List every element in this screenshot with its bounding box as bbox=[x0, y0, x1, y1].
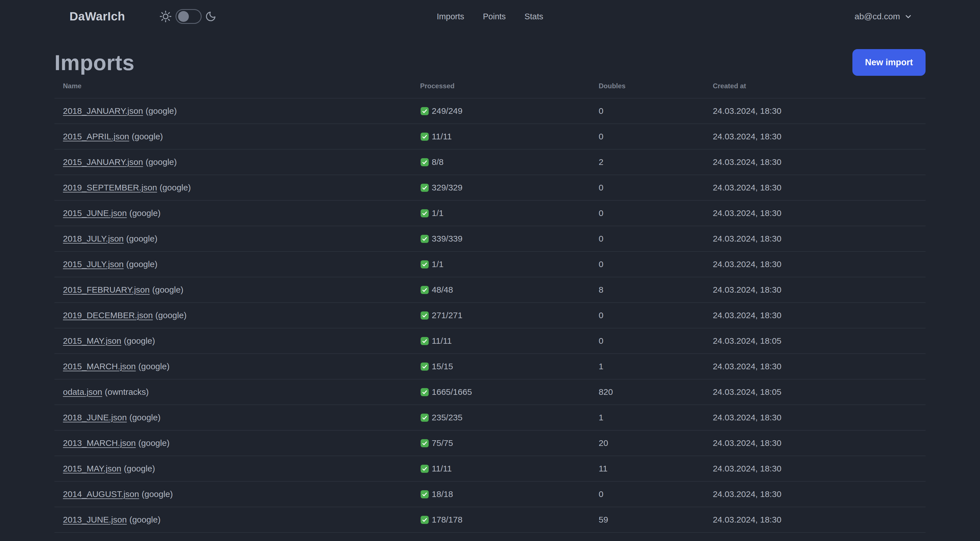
success-check-icon bbox=[420, 515, 429, 524]
table-row: 2019_SEPTEMBER.json(google) 329/329 0 24… bbox=[54, 175, 926, 200]
table-row: 2015_MAY.json(google) 11/11 11 24.03.202… bbox=[54, 456, 926, 481]
processed-count: 235/235 bbox=[432, 412, 463, 423]
import-file-link[interactable]: 2015_APRIL.json bbox=[63, 132, 129, 141]
success-check-icon bbox=[420, 107, 429, 115]
success-check-icon bbox=[420, 439, 429, 448]
processed-count: 48/48 bbox=[432, 285, 453, 295]
import-file-link[interactable]: 2015_JULY.json bbox=[63, 259, 124, 269]
success-check-icon bbox=[420, 132, 429, 141]
table-row: 2015_APRIL.json(google) 11/11 0 24.03.20… bbox=[54, 124, 926, 149]
doubles-count: 11 bbox=[590, 456, 704, 481]
doubles-count: 20 bbox=[590, 430, 704, 456]
processed-count: 339/339 bbox=[432, 234, 463, 244]
processed-count: 11/11 bbox=[432, 336, 452, 346]
processed-count: 18/18 bbox=[432, 489, 453, 499]
import-file-link[interactable]: 2015_MAY.json bbox=[63, 464, 121, 473]
table-row: 2019_DECEMBER.json(google) 271/271 0 24.… bbox=[54, 303, 926, 328]
import-file-link[interactable]: odata.json bbox=[63, 387, 102, 397]
table-row: 2014_AUGUST.json(google) 18/18 0 24.03.2… bbox=[54, 481, 926, 507]
success-check-icon bbox=[420, 311, 429, 320]
processed-count: 178/178 bbox=[432, 515, 463, 525]
import-source: (google) bbox=[124, 464, 155, 473]
processed-count: 11/11 bbox=[432, 131, 452, 142]
import-file-link[interactable]: 2015_JANUARY.json bbox=[63, 157, 143, 167]
table-row: 2015_JUNE.json(google) 1/1 0 24.03.2024,… bbox=[54, 200, 926, 226]
new-import-button[interactable]: New import bbox=[853, 49, 926, 76]
import-source: (google) bbox=[160, 183, 191, 192]
theme-switcher bbox=[159, 9, 216, 24]
success-check-icon bbox=[420, 413, 429, 422]
success-check-icon bbox=[420, 464, 429, 473]
created-at: 24.03.2024, 18:05 bbox=[705, 328, 926, 354]
top-navbar: DaWarIch Imports Points Stats ab@cd.com bbox=[0, 0, 980, 33]
user-menu[interactable]: ab@cd.com bbox=[854, 12, 913, 21]
table-header: Name Processed Doubles Created at bbox=[54, 80, 926, 98]
table-row: 2013_JUNE.json(google) 178/178 59 24.03.… bbox=[54, 507, 926, 533]
import-file-link[interactable]: 2018_JANUARY.json bbox=[63, 106, 143, 115]
table-row: 2015_FEBRUARY.json(google) 48/48 8 24.03… bbox=[54, 277, 926, 303]
created-at: 24.03.2024, 18:05 bbox=[705, 379, 926, 405]
sun-icon bbox=[159, 10, 172, 23]
nav-link-stats[interactable]: Stats bbox=[525, 12, 543, 21]
column-header-doubles: Doubles bbox=[590, 80, 704, 98]
import-file-link[interactable]: 2019_SEPTEMBER.json bbox=[63, 183, 157, 192]
created-at: 24.03.2024, 18:30 bbox=[705, 303, 926, 328]
moon-icon bbox=[205, 11, 216, 22]
column-header-name: Name bbox=[54, 80, 412, 98]
processed-count: 75/75 bbox=[432, 438, 453, 448]
import-source: (google) bbox=[152, 285, 183, 294]
import-file-link[interactable]: 2013_JUNE.json bbox=[63, 515, 127, 524]
table-row: 2015_MARCH.json(google) 15/15 1 24.03.20… bbox=[54, 354, 926, 379]
import-file-link[interactable]: 2015_MAY.json bbox=[63, 336, 121, 345]
import-file-link[interactable]: 2015_JUNE.json bbox=[63, 208, 127, 218]
column-header-processed: Processed bbox=[412, 80, 590, 98]
doubles-count: 0 bbox=[590, 481, 704, 507]
import-file-link[interactable]: 2015_MARCH.json bbox=[63, 362, 136, 371]
table-row: 2018_JANUARY.json(google) 249/249 0 24.0… bbox=[54, 98, 926, 124]
import-source: (google) bbox=[124, 336, 155, 345]
import-file-link[interactable]: 2018_JUNE.json bbox=[63, 413, 127, 422]
import-source: (google) bbox=[142, 489, 173, 499]
import-source: (google) bbox=[138, 438, 170, 448]
doubles-count: 0 bbox=[590, 303, 704, 328]
created-at: 24.03.2024, 18:30 bbox=[705, 456, 926, 481]
processed-count: 1665/1665 bbox=[432, 387, 472, 397]
table-row-partial bbox=[54, 533, 926, 541]
doubles-count: 0 bbox=[590, 98, 704, 124]
import-file-link[interactable]: 2013_MARCH.json bbox=[63, 438, 136, 448]
imports-table-body: 2018_JANUARY.json(google) 249/249 0 24.0… bbox=[54, 98, 926, 541]
nav-link-points[interactable]: Points bbox=[483, 12, 506, 21]
doubles-count: 2 bbox=[590, 149, 704, 175]
processed-count: 15/15 bbox=[432, 361, 453, 372]
doubles-count: 0 bbox=[590, 175, 704, 200]
theme-toggle[interactable] bbox=[175, 9, 202, 24]
app-logo[interactable]: DaWarIch bbox=[70, 10, 125, 23]
nav-link-imports[interactable]: Imports bbox=[437, 12, 464, 21]
created-at: 24.03.2024, 18:30 bbox=[705, 200, 926, 226]
column-header-created-at: Created at bbox=[705, 80, 926, 98]
main-nav: Imports Points Stats bbox=[437, 12, 543, 21]
created-at: 24.03.2024, 18:30 bbox=[705, 430, 926, 456]
import-source: (google) bbox=[126, 259, 158, 269]
imports-table: Name Processed Doubles Created at 2018_J… bbox=[54, 80, 926, 541]
processed-count: 271/271 bbox=[432, 310, 463, 321]
success-check-icon bbox=[420, 388, 429, 397]
processed-count: 8/8 bbox=[432, 157, 444, 167]
table-row: 2015_MAY.json(google) 11/11 0 24.03.2024… bbox=[54, 328, 926, 354]
created-at: 24.03.2024, 18:30 bbox=[705, 277, 926, 303]
import-file-link[interactable]: 2018_JULY.json bbox=[63, 234, 124, 243]
import-source: (owntracks) bbox=[105, 387, 149, 397]
import-file-link[interactable]: 2019_DECEMBER.json bbox=[63, 311, 153, 320]
doubles-count: 0 bbox=[590, 226, 704, 252]
import-file-link[interactable]: 2015_FEBRUARY.json bbox=[63, 285, 150, 294]
created-at: 24.03.2024, 18:30 bbox=[705, 354, 926, 379]
doubles-count: 8 bbox=[590, 277, 704, 303]
created-at: 24.03.2024, 18:30 bbox=[705, 405, 926, 430]
import-file-link[interactable]: 2014_AUGUST.json bbox=[63, 489, 139, 499]
processed-count: 1/1 bbox=[432, 208, 444, 218]
created-at: 24.03.2024, 18:30 bbox=[705, 175, 926, 200]
created-at: 24.03.2024, 18:30 bbox=[705, 226, 926, 252]
page-title: Imports bbox=[54, 50, 134, 75]
table-row: 2018_JUNE.json(google) 235/235 1 24.03.2… bbox=[54, 405, 926, 430]
doubles-count: 1 bbox=[590, 354, 704, 379]
